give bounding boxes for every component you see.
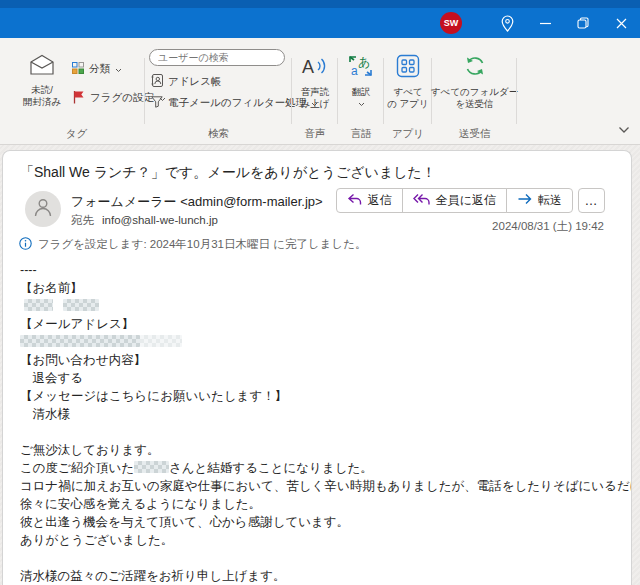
body-text: 彼と出逢う機会を与えて頂いて、心から感謝しています。 (20, 515, 349, 529)
body-line: 徐々に安心感を覚えるようになりました。 (20, 495, 617, 513)
reply-button[interactable]: 返信 (336, 188, 403, 213)
send-receive-label-2: を送受信 (455, 98, 493, 109)
redacted-text (140, 335, 182, 347)
sync-arrows-icon (463, 54, 487, 82)
body-line: ありがとうございました。 (20, 531, 617, 549)
read-aloud-label-2: み上げ (301, 98, 330, 109)
reply-all-button[interactable]: 全員に返信 (402, 188, 507, 213)
forward-label: 転送 (538, 192, 562, 209)
body-line: 【お問い合わせ内容】 (20, 351, 617, 369)
body-text: 【メッセージはこちらにお願いいたします！】 (20, 389, 287, 403)
reply-arrow-icon (347, 193, 362, 209)
to-address[interactable]: info@shall-we-lunch.jp (102, 214, 218, 226)
all-apps-button[interactable]: すべて の アプリ (384, 54, 432, 110)
categorize-icon (72, 62, 84, 76)
ribbon-group-sendreceive: すべてのフォルダー を送受信 送受信 (432, 38, 517, 144)
body-line: コロナ禍に加えお互いの家庭や仕事において、苦しく辛い時期もありましたが、電話をし… (20, 477, 617, 495)
ribbon: 未読/ 開封済み 分類 フラグの設定 タグ (0, 38, 640, 145)
body-line (20, 333, 617, 351)
body-line: 【お名前】 (20, 279, 617, 297)
body-line (20, 297, 617, 315)
ribbon-collapse-chevron-icon[interactable] (618, 120, 630, 138)
reading-pane: 「Shall We ランチ？」です。メールをありがとうございました！ フォームメ… (2, 150, 632, 585)
body-line: ---- (20, 261, 617, 279)
chevron-down-icon (358, 98, 365, 110)
body-text: 【メールアドレス】 (20, 317, 134, 331)
recipient-line: 宛先info@shall-we-lunch.jp (71, 213, 218, 228)
forward-arrow-icon (517, 193, 532, 208)
reply-all-arrow-icon (413, 193, 430, 209)
body-text: さんと結婚することになりました。 (169, 461, 373, 475)
open-envelope-icon (28, 54, 56, 80)
body-text: 退会する (20, 371, 83, 385)
body-line (20, 423, 617, 441)
person-icon (32, 196, 54, 222)
address-book-label: アドレス帳 (168, 75, 221, 89)
language-group-label: 言語 (338, 127, 384, 141)
body-line: 清水様 (20, 405, 617, 423)
categorize-button[interactable]: 分類 (72, 62, 122, 76)
message-actions: 返信 全員に返信 転送 … (336, 188, 605, 213)
read-aloud-button[interactable]: A 音声読 み上げ (292, 54, 338, 110)
reply-all-label: 全員に返信 (436, 192, 496, 209)
unread-label-1: 未読/ (31, 84, 53, 95)
redacted-text (24, 299, 53, 311)
body-line: 退会する (20, 369, 617, 387)
body-text: 清水様の益々のご活躍をお祈り申し上げます。 (20, 569, 285, 583)
body-text: ありがとうございました。 (20, 533, 173, 547)
body-text: 徐々に安心感を覚えるようになりました。 (20, 497, 261, 511)
body-line: 清水様の益々のご活躍をお祈り申し上げます。 (20, 567, 617, 585)
categorize-label: 分類 (89, 62, 110, 76)
user-search-input[interactable] (149, 49, 285, 66)
redacted-text (63, 299, 99, 311)
address-book-button[interactable]: アドレス帳 (151, 74, 221, 89)
all-apps-label-1: すべて (393, 86, 422, 97)
flag-status-text: フラグを設定します: 2024年10月31日木曜日 に完了しました。 (38, 237, 367, 252)
body-text: ---- (20, 263, 37, 277)
apps-grid-icon (396, 54, 420, 82)
unread-read-button[interactable]: 未読/ 開封済み (16, 54, 68, 108)
sender-avatar[interactable] (25, 191, 61, 227)
ribbon-group-search: アドレス帳 電子メールのフィルター処理 検索 (145, 38, 292, 144)
translate-button[interactable]: あa 翻訳 (338, 54, 384, 110)
body-line: ご無沙汰しております。 (20, 441, 617, 459)
close-button[interactable] (602, 9, 640, 37)
ribbon-group-speech: A 音声読 み上げ 音声 (292, 38, 338, 144)
svg-text:あ: あ (358, 55, 370, 69)
ribbon-group-apps: すべて の アプリ アプリ (384, 38, 432, 144)
body-line: 彼と出逢う機会を与えて頂いて、心から感謝しています。 (20, 513, 617, 531)
read-aloud-label-1: 音声読 (301, 86, 330, 97)
translate-label: 翻訳 (352, 86, 371, 97)
outlook-window: SW 未読/ 開封済み (0, 0, 640, 585)
speech-group-label: 音声 (292, 127, 338, 141)
filter-funnel-icon (151, 96, 163, 110)
send-receive-label-1: すべてのフォルダー (431, 86, 518, 97)
redacted-text (134, 461, 169, 473)
body-line: この度ご紹介頂いたさんと結婚することになりました。 (20, 459, 617, 477)
unread-label-2: 開封済み (23, 96, 61, 107)
svg-text:a: a (351, 64, 358, 78)
sender-name[interactable]: フォームメーラー <admin@form-mailer.jp> (71, 193, 323, 211)
chevron-down-icon (115, 63, 122, 75)
read-aloud-icon: A (301, 54, 329, 82)
search-group-label: 検索 (145, 127, 292, 141)
flag-status-line: フラグを設定します: 2024年10月31日木曜日 に完了しました。 (19, 237, 367, 252)
more-actions-button[interactable]: … (578, 188, 605, 213)
body-text: この度ご紹介頂いた (20, 461, 134, 475)
email-filter-label: 電子メールのフィルター処理 (168, 96, 306, 110)
ribbon-group-tags: 未読/ 開封済み 分類 フラグの設定 タグ (8, 38, 145, 144)
account-avatar[interactable]: SW (440, 12, 462, 34)
sendreceive-group-label: 送受信 (432, 127, 517, 141)
info-icon (19, 237, 32, 252)
location-pin-icon[interactable] (488, 9, 526, 37)
send-receive-button[interactable]: すべてのフォルダー を送受信 (432, 54, 517, 110)
body-line (20, 549, 617, 567)
apps-group-label: アプリ (384, 127, 432, 141)
minimize-button[interactable] (526, 9, 564, 37)
redacted-text (20, 335, 140, 347)
restore-button[interactable] (564, 9, 602, 37)
email-subject: 「Shall We ランチ？」です。メールをありがとうございました！ (20, 164, 436, 182)
title-bar-top-strip (0, 0, 640, 8)
forward-button[interactable]: 転送 (506, 188, 573, 213)
body-text: コロナ禍に加えお互いの家庭や仕事において、苦しく辛い時期もありましたが、電話をし… (20, 479, 632, 493)
